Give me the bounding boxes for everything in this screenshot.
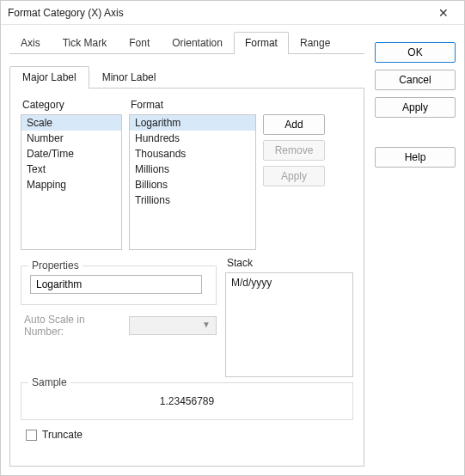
category-item-datetime[interactable]: Date/Time: [21, 146, 121, 162]
autoscale-combo: ▼: [129, 316, 217, 335]
truncate-row: Truncate: [26, 429, 353, 441]
tab-format[interactable]: Format: [234, 32, 289, 54]
format-item-hundreds[interactable]: Hundreds: [130, 131, 255, 146]
sample-value: 1.23456789: [30, 395, 344, 407]
format-item-billions[interactable]: Billions: [130, 177, 255, 192]
list-apply-button: Apply: [263, 166, 325, 186]
category-item-text[interactable]: Text: [21, 162, 121, 177]
category-item-number[interactable]: Number: [21, 131, 121, 146]
category-column: Category Scale Number Date/Time Text Map…: [21, 97, 122, 250]
help-button[interactable]: Help: [375, 147, 456, 168]
truncate-checkbox[interactable]: [26, 430, 37, 441]
category-item-mapping[interactable]: Mapping: [21, 177, 121, 192]
remove-button: Remove: [263, 140, 325, 161]
autoscale-row: Auto Scale in Number: ▼: [24, 314, 217, 338]
truncate-label: Truncate: [42, 429, 83, 441]
window-title: Format Category (X) Axis: [8, 7, 430, 19]
format-column: Format Logarithm Hundreds Thousands Mill…: [129, 97, 256, 250]
stack-column: Stack M/d/yyyy: [225, 257, 353, 377]
list-buttons: Add Remove Apply: [263, 114, 325, 250]
format-label: Format: [131, 99, 256, 111]
ok-button[interactable]: OK: [375, 42, 456, 63]
format-item-millions[interactable]: Millions: [130, 162, 255, 177]
subtab-major-label[interactable]: Major Label: [9, 66, 89, 88]
category-label: Category: [22, 99, 122, 111]
add-button[interactable]: Add: [263, 114, 325, 135]
properties-area: Properties Auto Scale in Number: ▼: [21, 257, 217, 377]
stack-label: Stack: [227, 257, 353, 269]
properties-input[interactable]: [30, 275, 202, 294]
sample-group: Sample 1.23456789: [21, 382, 353, 420]
tab-font[interactable]: Font: [118, 32, 161, 54]
dialog-body: Axis Tick Mark Font Orientation Format R…: [1, 25, 464, 475]
format-listbox[interactable]: Logarithm Hundreds Thousands Millions Bi…: [129, 114, 256, 250]
tab-tick-mark[interactable]: Tick Mark: [52, 32, 119, 54]
subtab-minor-label[interactable]: Minor Label: [89, 66, 169, 88]
properties-label: Properties: [28, 259, 83, 272]
apply-button[interactable]: Apply: [375, 97, 456, 118]
stack-listbox[interactable]: M/d/yyyy: [225, 272, 353, 377]
format-item-thousands[interactable]: Thousands: [130, 146, 255, 162]
format-item-trillions[interactable]: Trillions: [130, 192, 255, 208]
category-item-scale[interactable]: Scale: [21, 115, 121, 131]
lists-row: Category Scale Number Date/Time Text Map…: [21, 97, 353, 250]
sample-label: Sample: [28, 376, 70, 388]
chevron-down-icon: ▼: [202, 320, 211, 329]
tab-axis[interactable]: Axis: [9, 32, 52, 54]
right-button-column: OK Cancel Apply Help: [375, 32, 456, 467]
tab-range[interactable]: Range: [289, 32, 341, 54]
format-pane: Category Scale Number Date/Time Text Map…: [9, 88, 364, 467]
tab-orientation[interactable]: Orientation: [161, 32, 234, 54]
dialog-window: Format Category (X) Axis ✕ Axis Tick Mar…: [0, 0, 465, 476]
titlebar: Format Category (X) Axis ✕: [1, 1, 464, 25]
props-stack-row: Properties Auto Scale in Number: ▼ Stack: [21, 257, 353, 377]
cancel-button[interactable]: Cancel: [375, 70, 456, 90]
autoscale-label: Auto Scale in Number:: [24, 314, 120, 338]
left-panel: Axis Tick Mark Font Orientation Format R…: [9, 32, 364, 467]
stack-item[interactable]: M/d/yyyy: [231, 277, 347, 289]
format-item-logarithm[interactable]: Logarithm: [130, 115, 255, 131]
main-tabs: Axis Tick Mark Font Orientation Format R…: [9, 32, 364, 54]
spacer: [375, 125, 456, 140]
sub-tabs: Major Label Minor Label: [9, 66, 364, 88]
properties-group: Properties: [21, 265, 217, 305]
close-icon[interactable]: ✕: [430, 6, 457, 20]
category-listbox[interactable]: Scale Number Date/Time Text Mapping: [21, 114, 122, 250]
